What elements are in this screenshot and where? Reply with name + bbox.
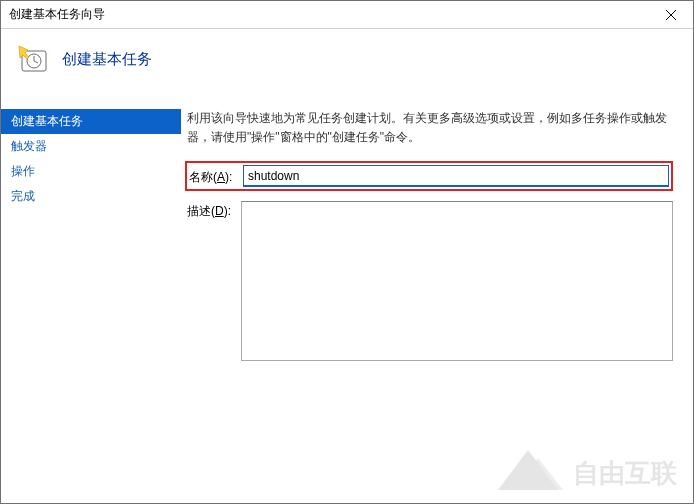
description-input[interactable] <box>241 201 673 361</box>
step-action[interactable]: 操作 <box>1 159 181 184</box>
intro-text: 利用该向导快速地为常见任务创建计划。有关更多高级选项或设置，例如多任务操作或触发… <box>187 109 673 147</box>
name-row: 名称(A): <box>185 161 673 191</box>
name-label: 名称(A): <box>189 167 243 186</box>
wizard-steps-sidebar: 创建基本任务 触发器 操作 完成 <box>1 91 181 501</box>
scheduler-icon <box>16 43 48 75</box>
window-title: 创建基本任务向导 <box>9 6 105 23</box>
step-create-basic-task[interactable]: 创建基本任务 <box>1 109 181 134</box>
wizard-main-panel: 利用该向导快速地为常见任务创建计划。有关更多高级选项或设置，例如多任务操作或触发… <box>181 91 693 501</box>
description-label: 描述(D): <box>187 201 241 220</box>
name-input[interactable] <box>243 165 669 187</box>
description-row: 描述(D): <box>187 201 673 361</box>
titlebar: 创建基本任务向导 <box>1 1 693 29</box>
step-trigger[interactable]: 触发器 <box>1 134 181 159</box>
close-button[interactable] <box>648 1 693 28</box>
wizard-header: 创建基本任务 <box>1 29 693 91</box>
wizard-window: 创建基本任务向导 创建基本任务 创建基本任务 触发器 操作 完成 利用该向导快速… <box>0 0 694 504</box>
wizard-body: 创建基本任务 触发器 操作 完成 利用该向导快速地为常见任务创建计划。有关更多高… <box>1 91 693 501</box>
page-title: 创建基本任务 <box>62 50 152 69</box>
step-finish[interactable]: 完成 <box>1 184 181 209</box>
close-icon <box>666 10 676 20</box>
